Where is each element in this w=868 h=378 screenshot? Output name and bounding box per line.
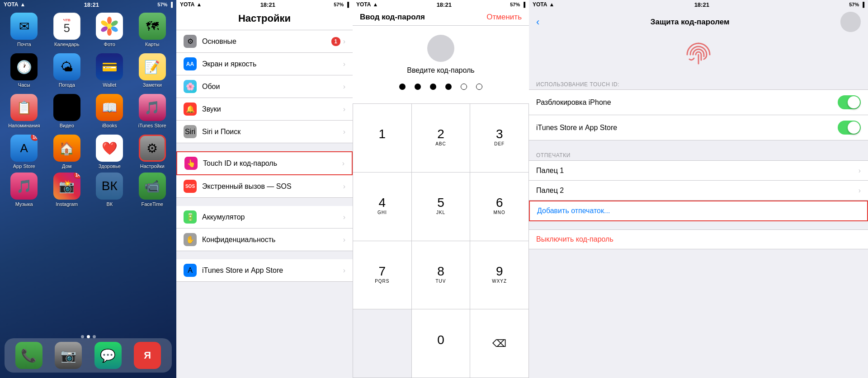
time-label-1: 18:21: [84, 1, 99, 8]
svg-point-4: [107, 28, 112, 36]
s2-status-right: 57% ▐: [334, 2, 349, 7]
settings-item-siri[interactable]: Siri Siri и Поиск ›: [176, 121, 353, 143]
settings-item-display[interactable]: AA Экран и яркость ›: [176, 53, 353, 75]
app-clock[interactable]: 🕐 Часы: [5, 53, 44, 88]
app-itunes[interactable]: 🎵 iTunes Store: [133, 94, 172, 128]
ibooks-label: iBooks: [102, 123, 117, 128]
app-calendar[interactable]: ЧТВ 5 Календарь: [47, 13, 87, 47]
svg-point-1: [107, 17, 112, 24]
itunes-store-icon: A: [184, 264, 197, 277]
yandex-icon: Я: [134, 342, 161, 369]
settings-item-touchid[interactable]: 👆 Touch ID и код-пароль ›: [176, 151, 353, 175]
basic-text: Основные: [202, 37, 331, 46]
settings-label: Настройки: [140, 163, 165, 169]
app-weather[interactable]: 🌤 Погода: [47, 53, 87, 88]
basic-chevron: ›: [343, 37, 345, 46]
app-video[interactable]: ▶ Видео: [47, 94, 87, 128]
unlock-iphone-toggle[interactable]: [838, 95, 861, 109]
sounds-chevron: ›: [343, 105, 345, 113]
app-wallet[interactable]: 💳 Wallet: [90, 53, 129, 88]
sos-text: Экстренный вызов — SOS: [202, 182, 343, 191]
key-6[interactable]: 6 MNO: [470, 173, 529, 241]
dock-yandex[interactable]: Я: [134, 342, 161, 369]
key-3[interactable]: 3 DEF: [470, 104, 529, 173]
settings-page-title: Настройки: [176, 9, 353, 30]
settings-item-itunes-store[interactable]: A iTunes Store и App Store ›: [176, 259, 353, 282]
siri-icon: Siri: [184, 125, 197, 138]
display-chevron: ›: [343, 60, 345, 68]
app-maps[interactable]: 🗺 Карты: [133, 13, 172, 47]
app-music[interactable]: 🎵 Музыка: [5, 173, 44, 207]
privacy-icon: ✋: [184, 233, 197, 246]
dock-whatsapp[interactable]: 💬: [94, 342, 122, 369]
status-right-1: 57% ▐: [157, 2, 173, 7]
key-4[interactable]: 4 GHI: [353, 173, 412, 241]
app-ibooks[interactable]: 📖 iBooks: [90, 94, 129, 128]
itunes-appstore-toggle[interactable]: [838, 121, 861, 135]
health-icon: ❤️: [96, 135, 123, 162]
key-2-letters: ABC: [435, 141, 446, 148]
key-7[interactable]: 7 PQRS: [353, 241, 412, 310]
weather-icon: 🌤: [53, 53, 80, 80]
key-delete[interactable]: ⌫: [470, 309, 529, 378]
passcode-cancel-button[interactable]: Отменить: [486, 13, 522, 22]
instagram-icon: 📸 14: [53, 173, 80, 200]
appstore-label: App Store: [13, 163, 35, 169]
settings-item-sounds[interactable]: 🔔 Звуки ›: [176, 98, 353, 121]
settings-item-wallpaper[interactable]: 🌸 Обои ›: [176, 75, 353, 98]
key-6-num: 6: [496, 196, 503, 209]
app-appstore[interactable]: A 16 App Store: [5, 135, 44, 169]
settings-item-sos[interactable]: SOS Экстренный вызов — SOS ›: [176, 175, 353, 198]
app-photos[interactable]: Фото: [90, 13, 129, 47]
app-settings[interactable]: ⚙ Настройки: [133, 135, 172, 169]
notes-label: Заметки: [143, 82, 162, 88]
add-fingerprint-text: Добавить отпечаток...: [537, 207, 610, 215]
key-3-num: 3: [496, 128, 503, 140]
app-mail[interactable]: ✉ Почта: [5, 13, 44, 47]
app-vk[interactable]: ВК ВК: [90, 173, 129, 207]
finger1-chevron: ›: [859, 167, 861, 175]
key-8[interactable]: 8 TUV: [412, 241, 471, 310]
s4-battery-icon: ▐: [861, 2, 864, 7]
s2-battery: 57%: [334, 2, 344, 7]
settings-item-basic[interactable]: ⚙ Основные 1 ›: [176, 30, 353, 53]
add-fingerprint-item[interactable]: Добавить отпечаток...: [529, 201, 868, 221]
key-1[interactable]: 1: [353, 104, 412, 173]
key-5[interactable]: 5 JKL: [412, 173, 471, 241]
key-9[interactable]: 9 WXYZ: [470, 241, 529, 310]
app-home[interactable]: 🏠 Дом: [47, 135, 87, 169]
cal-day: 5: [64, 22, 70, 34]
s4-carrier: YOTA: [533, 1, 547, 8]
touchid-unlock-iphone[interactable]: Разблокировка iPhone: [529, 90, 868, 115]
s2-carrier: YOTA: [180, 1, 194, 8]
battery-text: Аккумулятор: [202, 213, 343, 221]
app-reminders[interactable]: 📋 Напоминания: [5, 94, 44, 128]
key-5-num: 5: [437, 196, 444, 209]
touchid-itunes-appstore[interactable]: iTunes Store и App Store: [529, 115, 868, 140]
finger1-item[interactable]: Палец 1 ›: [529, 161, 868, 181]
dock-camera[interactable]: 📷: [55, 342, 82, 369]
settings-item-privacy[interactable]: ✋ Конфиденциальность ›: [176, 229, 353, 251]
key-8-num: 8: [437, 265, 444, 278]
touchid-page-title: Защита код-паролем: [539, 18, 840, 27]
back-chevron-icon: ‹: [536, 16, 539, 28]
calendar-icon: ЧТВ 5: [53, 13, 80, 40]
s3-battery: 57%: [510, 2, 520, 7]
dock-phone[interactable]: 📞: [15, 342, 42, 369]
key-9-num: 9: [496, 265, 503, 278]
app-instagram[interactable]: 📸 14 Instagram: [47, 173, 87, 207]
dock: 📞 📷 💬 Я: [5, 338, 172, 373]
app-notes[interactable]: 📝 Заметки: [133, 53, 172, 88]
wallpaper-text: Обои: [202, 83, 343, 91]
disable-passcode-item[interactable]: Выключить код-пароль: [529, 229, 868, 249]
app-health[interactable]: ❤️ Здоровье: [90, 135, 129, 169]
back-button[interactable]: ‹: [536, 16, 539, 28]
page-dot-3: [93, 335, 96, 338]
delete-icon: ⌫: [492, 338, 506, 350]
key-0[interactable]: 0: [412, 309, 471, 378]
app-facetime[interactable]: 📹 FaceTime: [133, 173, 172, 207]
key-2[interactable]: 2 ABC: [412, 104, 471, 173]
settings-item-battery[interactable]: 🔋 Аккумулятор ›: [176, 206, 353, 229]
s3-status-right: 57% ▐: [510, 2, 525, 7]
finger2-item[interactable]: Палец 2 ›: [529, 181, 868, 201]
